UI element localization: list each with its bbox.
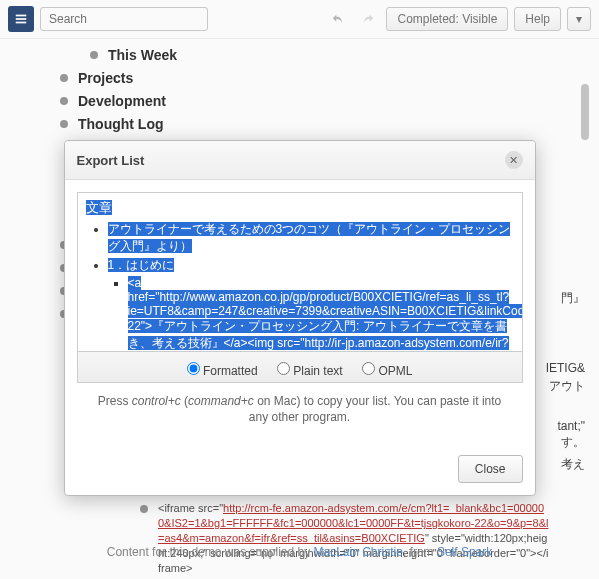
export-heading: 文章: [86, 200, 112, 215]
export-line: 1．はじめに <a href="http://www.amazon.co.jp/…: [108, 257, 514, 352]
format-plain-radio[interactable]: Plain text: [277, 364, 343, 378]
dialog-body: 文章 アウトライナーで考えるための3つのコツ（『アウトライン・プロセッシング入門…: [65, 180, 535, 447]
copy-hint: Press control+c (command+c on Mac) to co…: [77, 383, 523, 435]
dialog-header: Export List ✕: [65, 141, 535, 180]
format-selector: Formatted Plain text OPML: [77, 352, 523, 383]
export-line: <a href="http://www.amazon.co.jp/gp/prod…: [128, 276, 514, 352]
format-opml-radio[interactable]: OPML: [362, 364, 412, 378]
export-content-box[interactable]: 文章 アウトライナーで考えるための3つのコツ（『アウトライン・プロセッシング入門…: [77, 192, 523, 352]
format-formatted-radio[interactable]: Formatted: [187, 364, 258, 378]
dialog-footer: Close: [65, 447, 535, 495]
close-button[interactable]: Close: [458, 455, 523, 483]
modal-overlay: Export List ✕ 文章 アウトライナーで考えるための3つのコツ（『アウ…: [0, 0, 599, 579]
export-dialog: Export List ✕ 文章 アウトライナーで考えるための3つのコツ（『アウ…: [64, 140, 536, 496]
dialog-title: Export List: [77, 153, 145, 168]
close-icon[interactable]: ✕: [505, 151, 523, 169]
export-line: アウトライナーで考えるための3つのコツ（『アウトライン・プロセッシング入門』より…: [108, 221, 514, 255]
